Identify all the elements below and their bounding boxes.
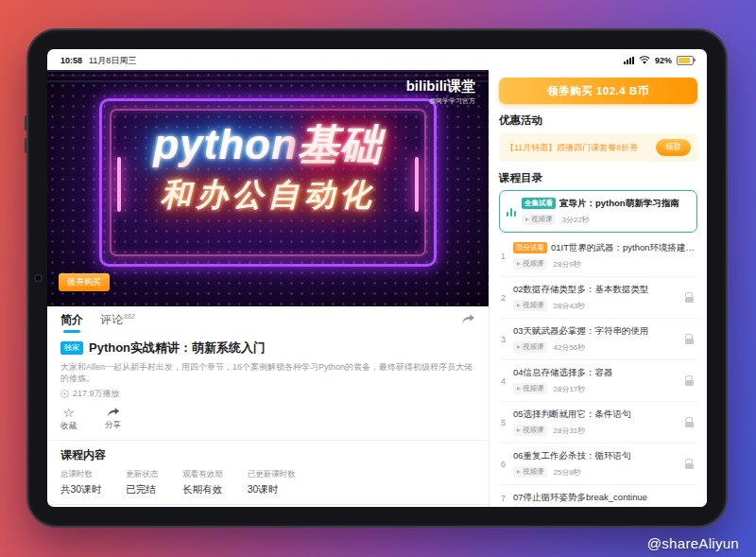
lesson-title: 全集试看宣导片：python萌新学习指南 xyxy=(522,198,690,210)
lesson-meta: 视频课 28分9秒 xyxy=(513,258,696,270)
lesson-number: 6 xyxy=(501,460,513,469)
lock-icon xyxy=(682,292,696,303)
video-player[interactable]: python基础 和办公自动化 bilibili课堂 @同学学习官方 领券购买 xyxy=(47,70,489,306)
lesson-duration: 3分22秒 xyxy=(561,215,589,225)
tab-active-underline xyxy=(63,330,80,333)
video-coupon-badge[interactable]: 领券购买 xyxy=(59,273,110,291)
stat-value: 30课时 xyxy=(248,483,296,496)
lesson-item-6[interactable]: 6 06重复工作必杀技：循环语句 视频课 25分8秒 xyxy=(499,444,697,485)
watermark: @shareAliyun xyxy=(647,535,739,551)
stat-label: 更新状态 xyxy=(126,469,158,480)
video-type-badge: 视频课 xyxy=(513,258,548,270)
lesson-content: 06重复工作必杀技：循环语句 视频课 25分8秒 xyxy=(513,450,679,478)
partial-trial-badge: 部分试看 xyxy=(513,242,547,253)
lesson-item-5[interactable]: 5 05选择判断就用它：条件语句 视频课 28分31秒 xyxy=(499,402,697,444)
stat-label: 总课时数 xyxy=(60,469,101,480)
status-time: 10:58 xyxy=(60,56,82,65)
claim-coupon-button[interactable]: 领取 xyxy=(656,139,691,156)
lesson-duration: 28分43秒 xyxy=(553,301,585,311)
lesson-list: 全集试看宣导片：python萌新学习指南 视频课 3分22秒 1 xyxy=(499,190,697,507)
play-triangle-icon xyxy=(517,387,521,391)
lesson-meta: 视频课 25分8秒 xyxy=(513,466,679,478)
full-trial-badge: 全集试看 xyxy=(522,198,556,209)
volume-up-button xyxy=(25,115,27,131)
comments-count-badge: 882 xyxy=(124,313,135,320)
content-stat-status: 更新状态 已完结 xyxy=(126,469,158,496)
favorite-button[interactable]: ☆ 收藏 xyxy=(60,407,77,432)
lesson-content: 03天赋武器必掌握：字符串的使用 视频课 42分56秒 xyxy=(513,325,679,353)
lesson-title-text: 宣导片：python萌新学习指南 xyxy=(559,198,679,208)
course-content-grid: 总课时数 共30课时 更新状态 已完结 观看有效期 长期有效 xyxy=(60,469,475,496)
tab-intro[interactable]: 简介 xyxy=(60,312,83,333)
lesson-item-0[interactable]: 全集试看宣导片：python萌新学习指南 视频课 3分22秒 xyxy=(499,190,697,233)
ipad-device: 10:58 11月8日周三 92% xyxy=(26,28,728,528)
coupon-text: 【11月特惠】跟播四门课套餐8折券 xyxy=(506,142,650,154)
video-type-badge: 视频课 xyxy=(522,214,557,225)
stat-value: 已完结 xyxy=(126,483,158,496)
status-right: 92% xyxy=(624,56,694,65)
stat-value: 共30课时 xyxy=(60,483,101,496)
status-date: 11月8日周三 xyxy=(89,55,136,67)
cellular-icon xyxy=(624,57,634,64)
lesson-number: 7 xyxy=(501,494,513,503)
lesson-type: 视频课 xyxy=(531,215,553,224)
lesson-type: 视频课 xyxy=(523,301,544,310)
lock-icon xyxy=(682,375,696,386)
video-type-badge: 视频课 xyxy=(513,425,548,436)
lesson-item-2[interactable]: 2 02数据存储类型多：基本数据类型 视频课 28分43秒 xyxy=(499,277,697,319)
share-label: 分享 xyxy=(105,420,121,431)
video-type-badge: 视频课 xyxy=(513,466,548,478)
video-type-badge: 视频课 xyxy=(513,341,548,353)
lesson-item-3[interactable]: 3 03天赋武器必掌握：字符串的使用 视频课 42分56秒 xyxy=(499,319,697,360)
lesson-title: 06重复工作必杀技：循环语句 xyxy=(513,450,679,462)
neon-title: python基础 和办公自动化 xyxy=(47,121,489,213)
lesson-content: 05选择判断就用它：条件语句 视频课 28分31秒 xyxy=(513,409,679,436)
lesson-number: 4 xyxy=(501,376,513,386)
battery-icon xyxy=(677,56,694,65)
lesson-title: 04信息存储选择多：容器 xyxy=(513,367,679,379)
lesson-meta: 视频课 28分31秒 xyxy=(513,425,679,436)
lesson-number: 1 xyxy=(501,252,513,261)
left-column: python基础 和办公自动化 bilibili课堂 @同学学习官方 领券购买 xyxy=(47,70,490,507)
section-divider xyxy=(47,504,489,505)
tab-bar: 简介 评论882 xyxy=(60,312,475,333)
lesson-title: 02数据存储类型多：基本数据类型 xyxy=(513,284,679,296)
play-triangle-icon xyxy=(517,304,521,307)
lesson-meta: 视频课 28分17秒 xyxy=(513,383,679,394)
status-left: 10:58 11月8日周三 xyxy=(60,55,136,67)
buy-with-coupon-button[interactable]: 领券购买 102.4 B币 xyxy=(499,78,697,104)
video-type-badge: 视频课 xyxy=(513,383,548,394)
lesson-duration: 28分17秒 xyxy=(553,384,585,394)
neon-title-line2: 和办公自动化 xyxy=(47,177,489,213)
lesson-content: 07停止循环姿势多break_continue xyxy=(513,492,696,504)
lock-icon xyxy=(682,459,696,469)
course-title: Python实战精讲：萌新系统入门 xyxy=(89,339,266,357)
lock-icon xyxy=(682,417,696,427)
section-divider xyxy=(47,440,489,441)
lesson-item-4[interactable]: 4 04信息存储选择多：容器 视频课 28分17秒 xyxy=(499,360,697,402)
lesson-number: 5 xyxy=(501,418,513,427)
share-button[interactable]: 分享 xyxy=(105,407,121,432)
play-triangle-icon xyxy=(525,218,529,221)
lesson-duration: 42分56秒 xyxy=(553,342,585,353)
lesson-type: 视频课 xyxy=(523,259,544,269)
play-triangle-icon xyxy=(517,428,521,432)
lesson-type: 视频课 xyxy=(523,426,544,435)
volume-down-button xyxy=(25,138,27,153)
star-icon: ☆ xyxy=(63,407,75,419)
tab-comments[interactable]: 评论882 xyxy=(100,312,135,328)
action-buttons: ☆ 收藏 分享 xyxy=(60,407,475,432)
neon-text-python: python xyxy=(153,121,298,167)
lesson-duration: 25分8秒 xyxy=(553,467,580,478)
lesson-type: 视频课 xyxy=(523,384,544,393)
lesson-item-7[interactable]: 7 07停止循环姿势多break_continue xyxy=(499,485,697,507)
tab-intro-label: 简介 xyxy=(60,313,83,326)
lesson-content: 04信息存储选择多：容器 视频课 28分17秒 xyxy=(513,367,679,394)
lock-icon xyxy=(682,334,696,344)
share-icon[interactable] xyxy=(461,313,475,325)
lesson-type: 视频课 xyxy=(523,467,544,477)
lesson-item-1[interactable]: 1 部分试看01IT世界的武器：python环境搭建_第一个 视频课 28分9秒 xyxy=(499,235,697,277)
photo-background: 10:58 11月8日周三 92% xyxy=(0,0,756,557)
play-count: 217.9万播放 xyxy=(73,388,120,400)
share-arrow-icon xyxy=(107,407,120,418)
